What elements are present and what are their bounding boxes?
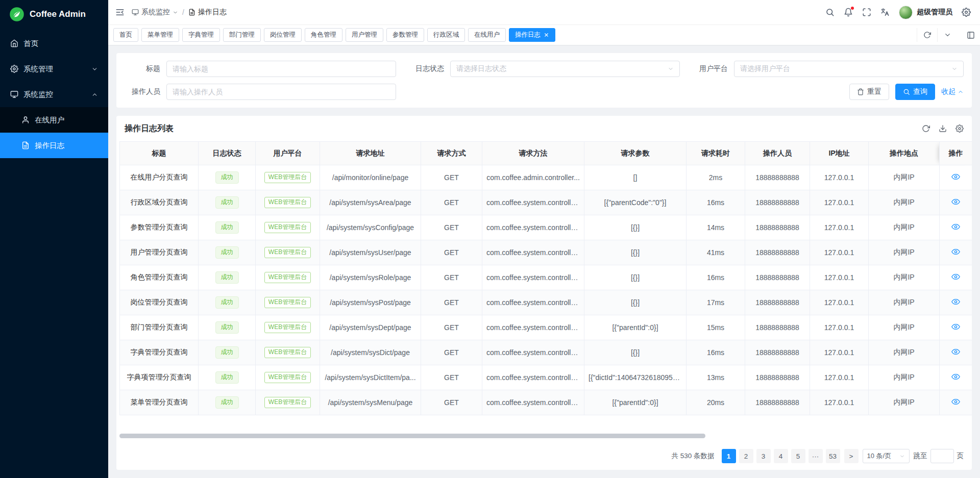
view-detail-eye-icon[interactable] [951, 372, 960, 381]
tab[interactable]: 在线用户 [468, 28, 506, 42]
page-button-5[interactable]: 5 [791, 449, 805, 463]
reset-button[interactable]: 重置 [849, 84, 889, 100]
fullscreen-icon[interactable] [862, 8, 871, 17]
tab[interactable]: 岗位管理 [264, 28, 302, 42]
view-detail-eye-icon[interactable] [951, 272, 960, 281]
document-icon [188, 9, 195, 16]
cell-request-handler: com.coffee.system.controlle... [482, 265, 584, 290]
user-platform-label: 用户平台 [692, 64, 734, 73]
column-header: 操作人员 [745, 142, 810, 165]
refresh-icon[interactable] [922, 124, 930, 133]
cell-request-cost: 17ms [687, 290, 745, 315]
tab[interactable]: 用户管理 [346, 28, 383, 42]
operator-input[interactable] [166, 84, 396, 100]
page-list: 12345···53 [722, 449, 840, 463]
search-icon [903, 88, 910, 95]
table-row: 字典管理分页查询 成功 WEB管理后台 /api/system/sysDict/… [120, 340, 972, 365]
coffee-logo-icon [9, 7, 24, 22]
cell-request-method: GET [421, 215, 482, 240]
translate-icon[interactable] [880, 8, 890, 17]
app-logo[interactable]: Coffee Admin [0, 0, 108, 29]
cell-location: 内网IP [869, 240, 940, 265]
cell-ip: 127.0.0.1 [810, 365, 869, 390]
cell-operator: 18888888888 [745, 215, 810, 240]
cell-operator: 18888888888 [745, 190, 810, 215]
settings-gear-icon[interactable] [962, 8, 971, 17]
notification-bell-icon[interactable] [844, 8, 853, 17]
page-button-1[interactable]: 1 [722, 449, 736, 463]
view-detail-eye-icon[interactable] [951, 172, 960, 181]
tab[interactable]: 菜单管理 [141, 28, 179, 42]
platform-badge: WEB管理后台 [264, 172, 311, 183]
view-detail-eye-icon[interactable] [951, 397, 960, 406]
user-menu[interactable]: 超级管理员 [899, 6, 952, 19]
column-header: 用户平台 [256, 142, 320, 165]
tab[interactable]: 参数管理 [386, 28, 424, 42]
view-detail-eye-icon[interactable] [951, 322, 960, 331]
sidebar-collapse-icon[interactable] [115, 8, 125, 17]
cell-location: 内网IP [869, 390, 940, 415]
cell-request-cost: 16ms [687, 190, 745, 215]
filter-field-title: 标题 [125, 61, 396, 77]
jump-page-input[interactable] [930, 449, 954, 463]
export-icon[interactable] [939, 124, 947, 133]
platform-badge: WEB管理后台 [264, 222, 311, 233]
column-header: IP地址 [810, 142, 869, 165]
column-header: 日志状态 [199, 142, 256, 165]
sidebar-item-home[interactable]: 首页 [0, 31, 108, 56]
next-page-button[interactable]: > [844, 449, 859, 463]
tab[interactable]: 行政区域 [427, 28, 465, 42]
page-ellipsis[interactable]: ··· [808, 449, 823, 463]
tab-close-icon[interactable] [544, 32, 549, 38]
breadcrumb-item-system-monitor[interactable]: 系统监控 [132, 8, 178, 17]
search-icon[interactable] [825, 8, 835, 17]
sidebar-item-operation-log[interactable]: 操作日志 [0, 133, 108, 158]
title-input[interactable] [166, 61, 396, 77]
scrollbar-thumb[interactable] [119, 434, 705, 438]
cell-title: 字典项管理分页查询 [120, 365, 199, 390]
view-detail-eye-icon[interactable] [951, 197, 960, 206]
view-detail-eye-icon[interactable] [951, 297, 960, 306]
chevron-up-icon [958, 89, 964, 95]
tab[interactable]: 部门管理 [223, 28, 261, 42]
sidebar-item-online-users[interactable]: 在线用户 [0, 107, 108, 133]
view-detail-eye-icon[interactable] [951, 347, 960, 356]
page-size-select[interactable]: 10 条/页 [863, 449, 910, 463]
document-icon [21, 141, 30, 149]
sidebar-item-system-monitor[interactable]: 系统监控 [0, 82, 108, 107]
cell-request-url: /api/system/sysPost/page [320, 290, 421, 315]
cell-request-params: [{"parentId":0}] [584, 390, 687, 415]
tab[interactable]: 角色管理 [305, 28, 342, 42]
search-button[interactable]: 查询 [895, 84, 935, 100]
column-header: 请求耗时 [687, 142, 745, 165]
cell-request-cost: 41ms [687, 240, 745, 265]
column-settings-gear-icon[interactable] [955, 124, 964, 133]
collapse-filters-button[interactable]: 收起 [941, 87, 964, 96]
tab-refresh-icon[interactable] [917, 28, 938, 42]
log-status-select[interactable]: 请选择日志状态 [450, 61, 680, 77]
chevron-down-icon [668, 66, 674, 72]
cell-operator: 18888888888 [745, 165, 810, 190]
view-detail-eye-icon[interactable] [951, 222, 960, 231]
cell-operator: 18888888888 [745, 290, 810, 315]
page-button-2[interactable]: 2 [739, 449, 753, 463]
cell-title: 参数管理分页查询 [120, 215, 199, 240]
tab[interactable]: 字典管理 [182, 28, 220, 42]
page-button-53[interactable]: 53 [826, 449, 840, 463]
chevron-down-icon [91, 66, 98, 72]
table-row: 岗位管理分页查询 成功 WEB管理后台 /api/system/sysPost/… [120, 290, 972, 315]
sidebar-item-label: 系统监控 [23, 90, 86, 99]
cell-request-handler: com.coffee.admin.controller... [482, 165, 584, 190]
view-detail-eye-icon[interactable] [951, 247, 960, 256]
tab[interactable]: 首页 [113, 28, 138, 42]
sidebar-item-system-management[interactable]: 系统管理 [0, 56, 108, 82]
cell-ip: 127.0.0.1 [810, 340, 869, 365]
tab-menu-chevron-icon[interactable] [938, 28, 958, 42]
tab[interactable]: 操作日志 [509, 28, 555, 42]
page-button-3[interactable]: 3 [756, 449, 771, 463]
tab-label: 参数管理 [393, 31, 418, 39]
user-platform-select[interactable]: 请选择用户平台 [734, 61, 964, 77]
content-layout-icon[interactable] [961, 31, 975, 39]
breadcrumb-item-operation-log[interactable]: 操作日志 [188, 8, 227, 17]
page-button-4[interactable]: 4 [774, 449, 788, 463]
